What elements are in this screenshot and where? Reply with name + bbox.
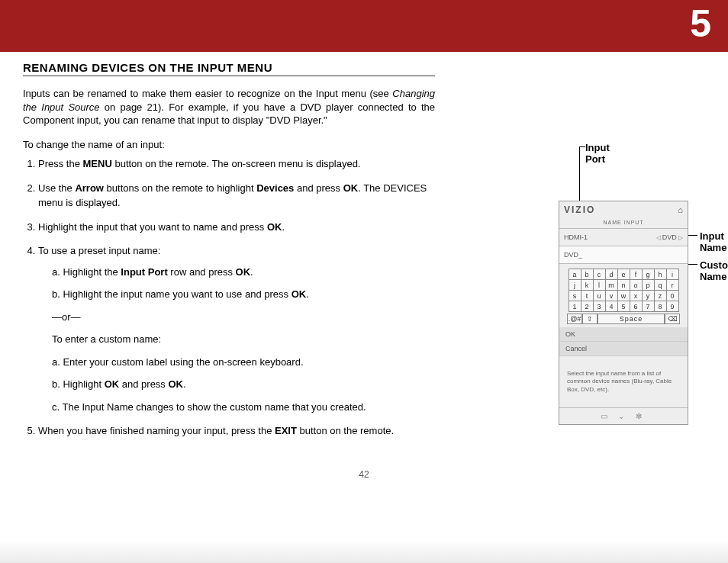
custom-lead: To enter a custom name:	[52, 332, 435, 347]
key-f: f	[630, 269, 642, 280]
t: Use the	[38, 182, 75, 194]
key-5: 5	[617, 301, 630, 312]
t: and press	[119, 378, 168, 390]
t: a. Highlight the	[52, 266, 121, 278]
exit-bold: EXIT	[275, 425, 297, 436]
t: .	[250, 266, 253, 278]
menu-bold: MENU	[83, 158, 112, 169]
t: .	[183, 378, 186, 390]
custom-name-row: DVD_	[559, 246, 688, 264]
port-label: HDMI-1	[564, 233, 588, 241]
key-c: c	[593, 269, 605, 280]
keyboard-grid: abcdefghijklmnopqrstuvwxyz0123456789	[569, 269, 679, 312]
ok-bold: OK	[105, 378, 120, 390]
key-6: 6	[630, 301, 642, 312]
arrow-bold: Arrow	[75, 182, 104, 194]
input-port-bold: Input Port	[121, 266, 167, 278]
left-triangle-icon: ◁	[656, 234, 662, 241]
menu-title: NAME INPUT	[559, 218, 688, 229]
or-divider: —or—	[52, 310, 435, 325]
ok-bold: OK	[343, 182, 359, 194]
key-q: q	[654, 280, 666, 291]
cancel-row: Cancel	[559, 342, 688, 356]
intro-text-1: Inputs can be renamed to make them easie…	[23, 88, 392, 99]
key-7: 7	[642, 301, 654, 312]
t: DVD	[662, 233, 677, 241]
devices-bold: Devices	[256, 182, 294, 194]
callout-input-name: Input Name	[700, 230, 726, 253]
key-z: z	[654, 291, 666, 301]
key-1: 1	[569, 301, 581, 312]
chapter-number: 5	[690, 2, 711, 46]
key-k: k	[581, 280, 593, 291]
key-o: o	[630, 280, 642, 291]
key-4: 4	[605, 301, 617, 312]
t: When you have finished naming your input…	[38, 425, 275, 436]
step-5: When you have finished naming your input…	[38, 423, 435, 439]
key-e: e	[617, 269, 630, 280]
key-l: l	[593, 280, 605, 291]
key-n: n	[617, 280, 630, 291]
step-4b: b. Highlight the input name you want to …	[52, 287, 435, 302]
step-4: To use a preset input name: a. Highlight…	[38, 243, 435, 414]
t: button on the remote. The on-screen menu…	[112, 158, 361, 169]
key-y: y	[642, 291, 654, 301]
hint-text: Select the input name from a list of com…	[559, 356, 688, 407]
step-3: Highlight the input that you want to nam…	[38, 220, 435, 235]
t: row and press	[168, 266, 236, 278]
step-2: Use the Arrow buttons on the remote to h…	[38, 181, 435, 211]
t: Press the	[38, 158, 83, 169]
heading-rule	[23, 76, 435, 76]
ok-bold: OK	[236, 266, 251, 278]
key-9: 9	[666, 301, 678, 312]
key-a: a	[569, 269, 581, 280]
key-r: r	[666, 280, 678, 291]
symbol-key: .@#	[567, 314, 582, 324]
t: buttons on the remote to highlight	[104, 182, 256, 194]
ok-bold: OK	[168, 378, 183, 390]
onscreen-keyboard: abcdefghijklmnopqrstuvwxyz0123456789 .@#…	[559, 264, 688, 327]
ok-row: OK	[559, 327, 688, 342]
ok-bold: OK	[292, 288, 307, 300]
key-8: 8	[654, 301, 666, 312]
key-x: x	[630, 291, 642, 301]
input-port-row: HDMI-1 ◁ DVD ▷	[559, 229, 688, 246]
key-j: j	[569, 280, 581, 291]
key-3: 3	[593, 301, 605, 312]
step-4a: a. Highlight the Input Port row and pres…	[52, 265, 435, 280]
t: and press	[294, 182, 343, 194]
custom-b: b. Highlight OK and press OK.	[52, 377, 435, 392]
name-value: ◁ DVD ▷	[656, 233, 683, 241]
home-icon: ⌂	[678, 205, 683, 214]
key-m: m	[605, 280, 617, 291]
t: .	[306, 288, 309, 300]
key-p: p	[642, 280, 654, 291]
t: Highlight the input that you want to nam…	[38, 221, 267, 233]
step-1: Press the MENU button on the remote. The…	[38, 156, 435, 172]
tv-menu-screenshot: VIZIO ⌂ NAME INPUT HDMI-1 ◁ DVD ▷ DVD_ a…	[559, 201, 688, 425]
leader-line	[579, 146, 585, 147]
key-h: h	[654, 269, 666, 280]
ok-bold: OK	[267, 221, 282, 233]
custom-a: a. Enter your custom label using the on-…	[52, 355, 435, 370]
footer-icons: ▭ ⌄ ✼	[559, 407, 688, 424]
brand-label: VIZIO	[564, 204, 595, 215]
right-triangle-icon: ▷	[677, 234, 683, 241]
page-number: 42	[23, 469, 705, 480]
key-0: 0	[666, 291, 678, 301]
key-g: g	[642, 269, 654, 280]
key-u: u	[593, 291, 605, 301]
t: To use a preset input name:	[38, 245, 160, 256]
key-v: v	[605, 291, 617, 301]
callout-custom-name: Custom Name	[700, 259, 728, 282]
lead-text: To change the name of an input:	[23, 138, 435, 153]
backspace-key: ⌫	[665, 314, 680, 324]
t: b. Highlight the input name you want to …	[52, 288, 292, 300]
page-body: RENAMING DEVICES ON THE INPUT MENU Input…	[0, 52, 728, 540]
intro-paragraph: Inputs can be renamed to make them easie…	[23, 87, 435, 127]
steps-list: Press the MENU button on the remote. The…	[23, 156, 435, 439]
shift-key: ⇧	[582, 314, 598, 324]
key-d: d	[605, 269, 617, 280]
banner: 5	[0, 0, 728, 52]
space-key: Space	[598, 314, 665, 324]
